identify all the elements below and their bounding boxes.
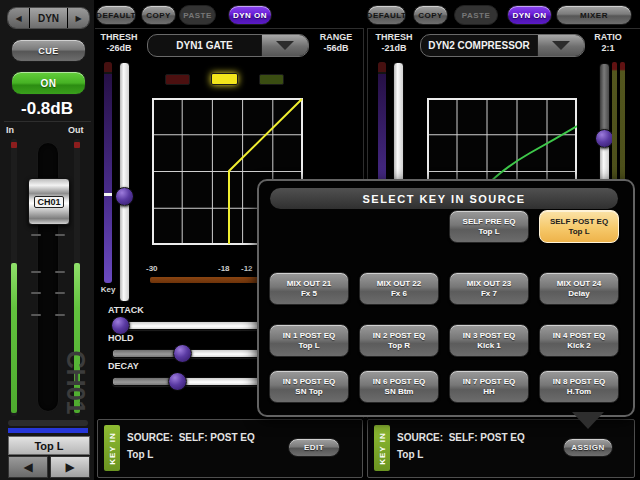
channel-strip: ◀ DYN ▶ CUE ON -0.8dB In Out — [0, 0, 96, 480]
key-source-in-5-post-eq[interactable]: IN 5 POST EQSN Top — [269, 370, 349, 403]
keyin-source-detail: Top L — [397, 449, 423, 460]
gate-axis-tick-18: -18 — [218, 264, 230, 273]
edit-button[interactable]: EDIT — [288, 438, 340, 457]
strip-footer-bar — [8, 420, 88, 426]
dyn1-thresh-value: -26dB — [98, 43, 140, 53]
keyin-source-text: SOURCE: SELF: POST EQ — [397, 432, 525, 443]
copy-button-dyn1[interactable]: COPY — [141, 5, 176, 25]
dynamics-screen: ◀ DYN ▶ CUE ON -0.8dB In Out — [0, 0, 640, 480]
key-source-mix-out-22[interactable]: MIX OUT 22Fx 6 — [359, 272, 439, 305]
fader-scale-mark — [31, 292, 41, 294]
meter-in-label: In — [6, 125, 14, 135]
prev-channel-icon: ◀ — [23, 460, 32, 474]
dyn1-range-label: RANGE — [313, 32, 359, 42]
keyin-source-detail: Top L — [127, 449, 153, 460]
fader-scale-mark — [55, 292, 65, 294]
dyn2-ratio-value: 2:1 — [588, 43, 628, 53]
keyin-source-popup: SELECT KEY IN SOURCE SELF PRE EQTop LSEL… — [257, 179, 635, 417]
key-source-mix-out-21[interactable]: MIX OUT 21Fx 5 — [269, 272, 349, 305]
keyin-panel-dyn1: KEY IN SOURCE: SELF: POST EQ Top L EDIT — [97, 419, 363, 478]
channel-name[interactable]: Top L — [8, 436, 90, 455]
dropdown-arrow-icon — [261, 35, 308, 56]
dyn1-key-label: Key — [96, 285, 120, 294]
meter-out-label: Out — [68, 125, 84, 135]
paste-button-dyn1[interactable]: PASTE — [179, 5, 216, 25]
hold-label: HOLD — [108, 333, 134, 343]
next-channel-button[interactable]: ▶ — [50, 456, 90, 478]
channel-color-bar — [8, 428, 88, 433]
prev-screen-icon: ◀ — [15, 14, 21, 23]
keyin-tab: KEY IN — [104, 425, 120, 471]
fader-scale-mark — [31, 314, 41, 316]
key-source-in-3-post-eq[interactable]: IN 3 POST EQKick 1 — [449, 324, 529, 357]
dyn1-thresh-label: THRESH — [98, 32, 140, 42]
input-meter — [11, 139, 17, 416]
dropdown-arrow-icon — [537, 35, 584, 56]
prev-channel-button[interactable]: ◀ — [8, 456, 48, 478]
dyn1-type-dropdown[interactable]: DYN1 GATE — [147, 34, 309, 57]
gate-led-yellow — [211, 73, 238, 85]
keyin-source-grid: SELF PRE EQTop LSELF POST EQTop LMIX OUT… — [259, 181, 633, 415]
assign-button[interactable]: ASSIGN — [563, 438, 613, 457]
dyn2-thresh-label: THRESH — [372, 32, 416, 42]
hold-knob[interactable] — [173, 344, 192, 363]
cue-button[interactable]: CUE — [11, 39, 86, 62]
attack-label: ATTACK — [108, 305, 144, 315]
thresh-knob-dyn1[interactable] — [115, 187, 134, 206]
gate-axis-tick-12: -12 — [241, 264, 253, 273]
strip-divider — [4, 121, 91, 122]
key-source-in-1-post-eq[interactable]: IN 1 POST EQTop L — [269, 324, 349, 357]
dyn1-range-value: -56dB — [313, 43, 359, 53]
keyin-source-text: SOURCE: SELF: POST EQ — [127, 432, 255, 443]
screen-mode-label: DYN — [30, 8, 67, 28]
key-source-in-4-post-eq[interactable]: IN 4 POST EQKick 2 — [539, 324, 619, 357]
dyn-on-button-dyn1[interactable]: DYN ON — [228, 5, 272, 25]
key-source-in-8-post-eq[interactable]: IN 8 POST EQH.Tom — [539, 370, 619, 403]
mixer-button[interactable]: MIXER — [556, 5, 632, 25]
thresh-slider-dyn1[interactable] — [119, 62, 130, 302]
decay-label: DECAY — [108, 361, 139, 371]
next-channel-icon: ▶ — [65, 460, 74, 474]
prev-screen-button[interactable]: ◀ — [8, 8, 30, 28]
channel-watermark: CH01 — [61, 351, 90, 415]
key-source-self-pre-eq[interactable]: SELF PRE EQTop L — [449, 210, 529, 243]
key-source-in-6-post-eq[interactable]: IN 6 POST EQSN Btm — [359, 370, 439, 403]
default-button-dyn2[interactable]: DEFAULT — [367, 5, 406, 25]
default-button-dyn1[interactable]: DEFAULT — [96, 5, 136, 25]
key-meter-dyn1 — [104, 62, 112, 283]
paste-button-dyn2[interactable]: PASTE — [454, 5, 498, 25]
gate-axis-tick-30: -30 — [146, 264, 158, 273]
key-source-in-7-post-eq[interactable]: IN 7 POST EQHH — [449, 370, 529, 403]
keyin-tab: KEY IN — [374, 425, 390, 471]
key-source-in-2-post-eq[interactable]: IN 2 POST EQTop R — [359, 324, 439, 357]
next-screen-icon: ▶ — [75, 14, 81, 23]
fader-scale-mark — [31, 234, 41, 236]
fader-scale-mark — [55, 234, 65, 236]
gate-led-red — [165, 74, 190, 85]
fader-scale-mark — [31, 271, 41, 273]
on-button[interactable]: ON — [11, 71, 86, 95]
key-source-self-post-eq[interactable]: SELF POST EQTop L — [539, 210, 619, 243]
fader-scale-mark — [55, 271, 65, 273]
dyn2-thresh-value: -21dB — [372, 43, 416, 53]
gate-led-green — [259, 74, 284, 85]
copy-button-dyn2[interactable]: COPY — [413, 5, 448, 25]
channel-level: -0.8dB — [0, 99, 94, 119]
channel-nav: ◀ DYN ▶ — [7, 7, 90, 29]
fader-cap-label: CH01 — [34, 196, 63, 208]
dyn-on-button-dyn2[interactable]: DYN ON — [507, 5, 552, 25]
decay-knob[interactable] — [168, 372, 187, 391]
popup-pointer — [572, 412, 604, 429]
dyn2-ratio-label: RATIO — [588, 32, 628, 42]
dyn2-type-dropdown[interactable]: DYN2 COMPRESSOR — [420, 34, 585, 57]
next-screen-button[interactable]: ▶ — [67, 8, 89, 28]
key-source-mix-out-23[interactable]: MIX OUT 23Fx 7 — [449, 272, 529, 305]
fader-scale-mark — [55, 314, 65, 316]
fader-cap[interactable]: CH01 — [28, 178, 70, 225]
key-source-mix-out-24[interactable]: MIX OUT 24Delay — [539, 272, 619, 305]
